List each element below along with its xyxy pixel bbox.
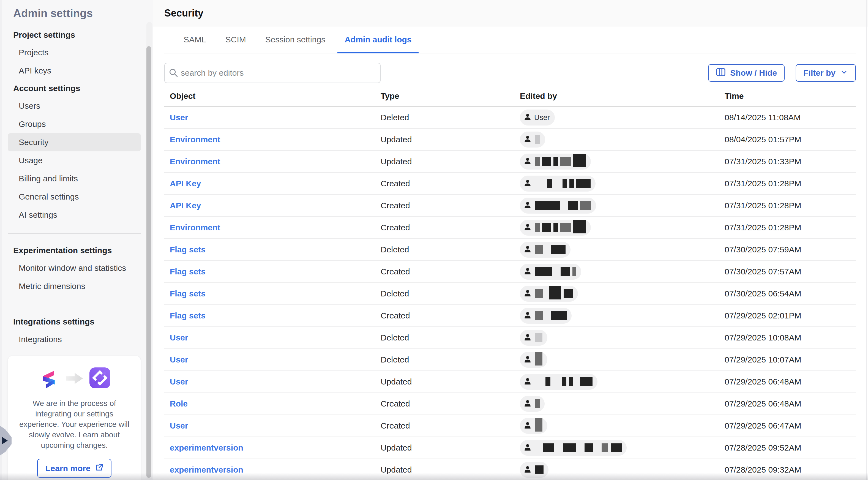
sidebar-item-billing-and-limits[interactable]: Billing and limits [2,170,153,188]
edited-by-chip [520,286,578,302]
person-icon [523,113,532,122]
time-value: 07/30/2025 07:57AM [724,267,801,276]
person-icon [523,157,532,167]
redacted-editor-blocks [535,399,540,408]
person-icon [523,134,532,145]
edited-by-chip [520,131,545,148]
redacted-editor-blocks [535,353,542,366]
search-input[interactable] [164,63,381,83]
object-link[interactable]: experimentversion [170,465,243,474]
table-row: Flag sets Created 07/30/2025 07:57AM [164,261,856,283]
tab-session-settings[interactable]: Session settings [258,26,333,53]
redacted-block [535,443,540,452]
time-value: 07/29/2025 02:01PM [724,311,801,320]
time-value: 07/29/2025 06:47AM [724,421,801,430]
table-row: Flag sets Deleted 07/30/2025 07:59AM [164,239,856,261]
filter-by-button[interactable]: Filter by [796,64,856,82]
object-link[interactable]: User [170,113,188,122]
person-icon [523,355,532,365]
edited-by-chip [520,308,571,324]
type-value: Created [381,179,410,188]
type-value: Created [381,311,410,320]
object-link[interactable]: Role [170,399,188,408]
redacted-block [549,286,561,299]
sidebar-item-monitor-window-and-statistics[interactable]: Monitor window and statistics [2,259,153,277]
object-link[interactable]: User [170,333,188,342]
object-link[interactable]: Flag sets [170,289,206,298]
redacted-editor-blocks [535,311,567,320]
time-value: 07/31/2025 01:28PM [724,179,801,188]
type-value: Updated [381,377,412,386]
object-link[interactable]: Flag sets [170,267,206,276]
time-value: 08/14/2025 11:08AM [724,113,801,122]
redacted-block [563,443,576,452]
sidebar-item-ai-settings[interactable]: AI settings [2,206,153,224]
sidebar-section-header-account-settings: Account settings [2,80,153,97]
person-icon [523,311,532,321]
sidebar-item-metric-dimensions[interactable]: Metric dimensions [2,277,153,295]
sidebar-item-integrations[interactable]: Integrations [2,330,153,349]
learn-more-button[interactable]: Learn more [37,459,111,478]
object-link[interactable]: experimentversion [170,443,243,452]
time-value: 08/04/2025 01:57PM [724,135,801,144]
edited-by-chip [520,264,581,280]
table-row: Flag sets Created 07/29/2025 02:01PM [164,305,856,327]
tab-admin-audit-logs[interactable]: Admin audit logs [337,26,418,53]
redacted-block [573,154,586,167]
redacted-block [535,352,542,365]
audit-log-table: ObjectTypeEdited byTime User Deleted Use… [164,86,856,480]
sidebar-item-users[interactable]: Users [2,97,153,115]
sidebar-item-projects[interactable]: Projects [2,43,153,62]
redacted-block [553,157,558,166]
edited-by-chip [520,462,549,478]
edited-by-chip [520,242,570,258]
redacted-editor-blocks [535,201,591,210]
show-hide-columns-button[interactable]: Show / Hide [708,64,785,82]
edited-by-chip [520,176,595,191]
main-content: Security SAMLSCIMSession settingsAdmin a… [153,0,868,480]
object-link[interactable]: Flag sets [170,311,206,320]
object-link[interactable]: Environment [170,157,220,166]
time-value: 07/28/2025 09:52AM [724,443,801,452]
redacted-block [556,443,561,452]
sidebar-item-groups[interactable]: Groups [2,115,153,133]
table-row: Role Created 07/29/2025 06:48AM [164,393,856,415]
promo-card: We are in the process of integrating our… [8,356,141,480]
columns-icon [716,67,726,79]
person-icon [523,289,532,299]
object-link[interactable]: User [170,377,188,386]
object-link[interactable]: Flag sets [170,245,206,254]
redacted-block [542,157,551,166]
edited-by-chip [520,330,547,346]
redacted-block [561,267,570,276]
table-row: experimentversion Updated 07/28/2025 09:… [164,437,856,459]
redacted-editor-blocks [535,155,586,168]
external-link-icon [95,463,103,473]
sidebar-nav: Project settingsProjectsAPI keysAccount … [2,26,153,349]
object-link[interactable]: API Key [170,179,201,188]
sidebar-item-security[interactable]: Security [8,133,141,151]
redacted-block [562,179,567,188]
object-link[interactable]: Environment [170,223,220,232]
person-icon [523,399,532,409]
sidebar-item-general-settings[interactable]: General settings [2,188,153,206]
play-arrow-icon [2,437,8,444]
sidebar-scrollbar-track[interactable] [147,22,152,479]
tab-scim[interactable]: SCIM [218,26,253,53]
time-value: 07/29/2025 10:07AM [724,355,801,364]
time-value: 07/29/2025 06:48AM [724,399,801,408]
object-link[interactable]: User [170,421,188,430]
sidebar-item-api-keys[interactable]: API keys [2,62,153,80]
redacted-block [542,223,551,232]
redacted-editor-blocks [535,221,586,234]
redacted-block [535,377,543,386]
table-row: API Key Created 07/31/2025 01:28PM [164,173,856,195]
object-link[interactable]: API Key [170,201,201,210]
redacted-block [568,201,578,210]
tab-saml[interactable]: SAML [177,26,213,53]
sidebar-scrollbar-thumb[interactable] [147,46,151,478]
sidebar: Admin settings Project settingsProjectsA… [2,0,153,480]
sidebar-item-usage[interactable]: Usage [2,151,153,170]
object-link[interactable]: User [170,355,188,364]
object-link[interactable]: Environment [170,135,220,144]
